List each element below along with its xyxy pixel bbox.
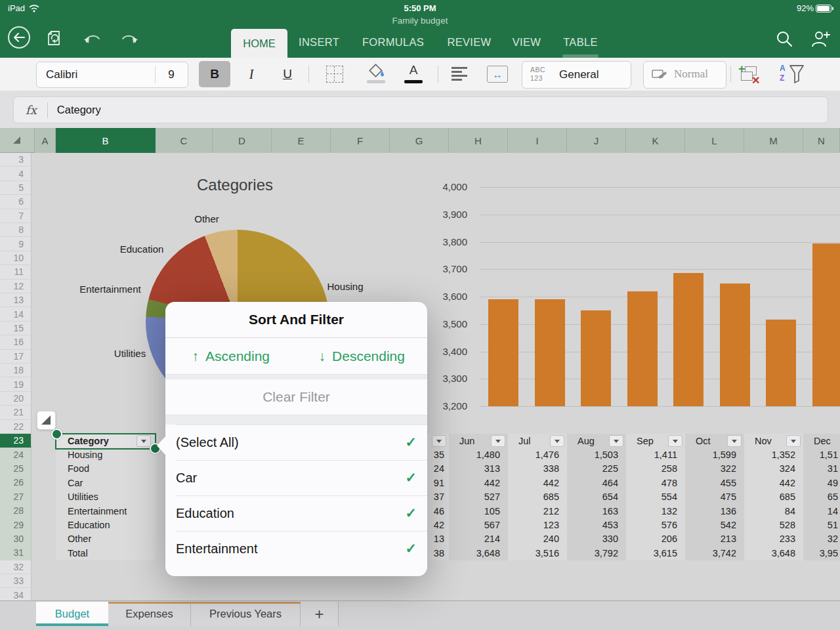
bar-chart-bar[interactable] xyxy=(488,299,518,406)
filter-button-nov[interactable] xyxy=(786,435,801,447)
cell-jul-food[interactable]: 338 xyxy=(508,462,567,476)
add-sheet-button[interactable]: + xyxy=(301,602,339,626)
tab-view[interactable]: VIEW xyxy=(511,36,542,49)
cell-aug-education[interactable]: 453 xyxy=(567,518,626,532)
bold-button[interactable]: B xyxy=(199,61,230,87)
cell-jun-education[interactable]: 567 xyxy=(449,518,508,532)
cell-nov-food[interactable]: 324 xyxy=(744,462,803,476)
share-save-icon[interactable] xyxy=(45,28,66,49)
cell-dec-utilities[interactable]: 65 xyxy=(803,490,840,504)
add-person-icon[interactable] xyxy=(810,29,831,49)
bar-chart-bar[interactable] xyxy=(720,284,750,406)
category-cell-food[interactable]: Food xyxy=(56,462,156,476)
cell-jun-car[interactable]: 442 xyxy=(449,476,508,490)
cell-aug-total[interactable]: 3,792 xyxy=(567,546,626,560)
row-header-27[interactable]: 27 xyxy=(0,490,32,504)
cell-jul-education[interactable]: 123 xyxy=(508,518,567,532)
row-header-15[interactable]: 15 xyxy=(0,322,32,335)
cell-sep-utilities[interactable]: 554 xyxy=(626,490,685,504)
filter-button-aug[interactable] xyxy=(609,435,623,447)
cell-nov-utilities[interactable]: 685 xyxy=(744,490,803,504)
cell-oct-entertainment[interactable]: 136 xyxy=(685,504,744,518)
selection-handle-top-left[interactable] xyxy=(51,429,62,440)
cell-oct-education[interactable]: 542 xyxy=(685,518,744,532)
cell-styles-button[interactable]: Normal xyxy=(643,61,726,89)
cell-aug-other[interactable]: 330 xyxy=(567,532,626,546)
row-header-10[interactable]: 10 xyxy=(0,251,32,265)
column-header-J[interactable]: J xyxy=(567,128,626,153)
cell-aug-entertainment[interactable]: 163 xyxy=(567,504,626,518)
row-header-3[interactable]: 3 xyxy=(0,153,32,167)
column-header-N[interactable]: N xyxy=(803,128,840,153)
sheet-tab-previous-years[interactable]: Previous Years xyxy=(191,602,301,626)
column-header-H[interactable]: H xyxy=(449,128,508,153)
cell-dec-total[interactable]: 3,95 xyxy=(803,546,840,560)
cell-sep-total[interactable]: 3,615 xyxy=(626,546,685,560)
cell-sep-car[interactable]: 478 xyxy=(626,476,685,490)
row-header-24[interactable]: 24 xyxy=(0,448,32,461)
cell-dec-entertainment[interactable]: 14 xyxy=(803,504,840,518)
table-select-handle[interactable] xyxy=(37,411,56,430)
cell-jul-car[interactable]: 442 xyxy=(508,476,567,490)
column-header-L[interactable]: L xyxy=(685,128,744,153)
cell-sep-entertainment[interactable]: 132 xyxy=(626,504,685,518)
tab-review[interactable]: REVIEW xyxy=(447,36,492,49)
category-cell-housing[interactable]: Housing xyxy=(56,448,156,461)
filter-item-education[interactable]: Education✓ xyxy=(165,495,427,531)
tab-insert[interactable]: INSERT xyxy=(299,36,339,49)
category-cell-education[interactable]: Education xyxy=(56,518,156,532)
cell-dec-housing[interactable]: 1,51 xyxy=(803,448,840,461)
month-header-cell-dec[interactable]: Dec xyxy=(803,434,840,448)
category-cell-other[interactable]: Other xyxy=(56,532,156,546)
undo-button[interactable] xyxy=(82,30,103,47)
cell-oct-car[interactable]: 455 xyxy=(685,476,744,490)
row-header-7[interactable]: 7 xyxy=(0,209,32,223)
column-header-G[interactable]: G xyxy=(390,128,449,153)
row-header-33[interactable]: 33 xyxy=(0,574,32,588)
back-button[interactable] xyxy=(8,26,30,49)
cell-jul-total[interactable]: 3,516 xyxy=(508,546,567,560)
row-header-17[interactable]: 17 xyxy=(0,350,32,364)
number-format-button[interactable]: ABC 123 General xyxy=(522,61,631,89)
cell-oct-food[interactable]: 322 xyxy=(685,462,744,476)
cell-aug-car[interactable]: 464 xyxy=(567,476,626,490)
cell-jun-other[interactable]: 214 xyxy=(449,532,508,546)
row-header-5[interactable]: 5 xyxy=(0,181,32,195)
filter-button-partial-month[interactable] xyxy=(432,435,446,447)
font-color-icon[interactable]: A xyxy=(403,63,424,85)
cell-oct-other[interactable]: 213 xyxy=(685,532,744,546)
category-cell-total[interactable]: Total xyxy=(56,546,156,560)
cell-jun-total[interactable]: 3,648 xyxy=(449,546,508,560)
underline-button[interactable]: U xyxy=(274,61,301,87)
column-header-B[interactable]: B xyxy=(56,128,156,153)
filter-button-category[interactable] xyxy=(136,435,151,447)
font-size-picker[interactable]: 9 xyxy=(156,68,187,81)
sheet-tab-expenses[interactable]: Expenses xyxy=(108,602,191,626)
row-header-8[interactable]: 8 xyxy=(0,223,32,237)
row-header-28[interactable]: 28 xyxy=(0,504,32,518)
filter-button-jun[interactable] xyxy=(491,435,505,447)
column-header-F[interactable]: F xyxy=(331,128,390,153)
cell-nov-other[interactable]: 233 xyxy=(744,532,803,546)
filter-button-jul[interactable] xyxy=(550,435,564,447)
cell-aug-utilities[interactable]: 654 xyxy=(567,490,626,504)
italic-button[interactable]: I xyxy=(238,61,264,87)
cell-dec-food[interactable]: 31 xyxy=(803,462,840,476)
redo-button[interactable] xyxy=(119,30,140,47)
cell-jul-other[interactable]: 240 xyxy=(508,532,567,546)
bar-chart-bar[interactable] xyxy=(812,243,840,406)
row-header-14[interactable]: 14 xyxy=(0,307,32,321)
row-header-13[interactable]: 13 xyxy=(0,293,32,307)
column-header-D[interactable]: D xyxy=(213,128,272,153)
tab-table[interactable]: TABLE xyxy=(562,36,598,49)
filter-button-sep[interactable] xyxy=(668,435,682,447)
cell-jul-utilities[interactable]: 685 xyxy=(508,490,567,504)
row-header-22[interactable]: 22 xyxy=(0,420,32,434)
category-cell-utilities[interactable]: Utilities xyxy=(56,490,156,504)
row-header-21[interactable]: 21 xyxy=(0,406,32,419)
cell-jun-entertainment[interactable]: 105 xyxy=(449,504,508,518)
column-header-A[interactable]: A xyxy=(35,128,56,153)
bar-chart-bar[interactable] xyxy=(673,273,704,406)
column-header-M[interactable]: M xyxy=(744,128,803,153)
bar-chart-bar[interactable] xyxy=(581,310,611,406)
